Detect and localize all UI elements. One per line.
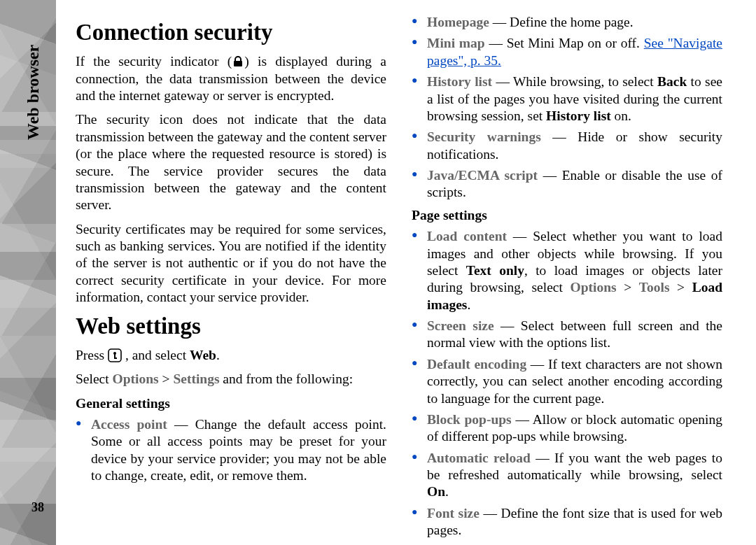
- text: — Define the home page.: [489, 15, 634, 29]
- text-bold: Block pop-ups: [427, 412, 512, 427]
- list-item: History list — While browsing, to select…: [412, 73, 722, 125]
- list-item: Load content — Select whether you want t…: [412, 228, 722, 313]
- svg-rect-4: [114, 358, 117, 359]
- text-bold: Java/ECMA script: [427, 168, 538, 183]
- heading-web-settings: Web settings: [76, 313, 386, 339]
- lock-icon: [232, 55, 244, 68]
- section-tab-label: Web browser: [24, 45, 43, 140]
- text: .: [216, 348, 220, 362]
- text: , and select: [122, 348, 190, 362]
- right-column: Homepage — Define the home page. Mini ma…: [399, 14, 735, 531]
- list-item: Screen size — Select between full screen…: [412, 318, 722, 352]
- text-bold: Load content: [427, 229, 507, 243]
- certificates-paragraph: Security certificates may be required fo…: [76, 221, 386, 306]
- heading-connection-security: Connection security: [76, 20, 386, 45]
- text-bold: Back: [657, 74, 687, 89]
- text-bold: Access point: [91, 417, 167, 432]
- text: — While browsing, to select: [492, 74, 657, 89]
- list-item: Mini map — Set Mini Map on or off. See "…: [412, 35, 722, 69]
- security-intro-paragraph: If the security indicator () is displaye…: [76, 53, 386, 104]
- text-bold: Screen size: [427, 318, 494, 333]
- list-item: Automatic reload — If you want the web p…: [412, 450, 722, 501]
- text-bold: Options: [570, 280, 617, 295]
- select-instruction: Select Options > Settings and from the f…: [76, 371, 386, 388]
- list-item: Security warnings — Hide or show securit…: [412, 129, 722, 163]
- text-bold: On: [427, 484, 445, 499]
- text: .: [467, 297, 470, 312]
- text-bold: Automatic reload: [427, 451, 531, 465]
- text-bold: Font size: [427, 506, 479, 521]
- text-bold: History list: [546, 108, 611, 123]
- page-number: 38: [31, 500, 44, 515]
- left-column: Connection security If the security indi…: [63, 14, 399, 531]
- manual-page: Web browser 38 Connection security If th…: [0, 0, 756, 545]
- general-settings-list-cont: Homepage — Define the home page. Mini ma…: [412, 14, 722, 201]
- text-bold: Text only: [466, 263, 524, 278]
- text: >: [617, 280, 639, 295]
- text: — Set Mini Map on or off.: [485, 36, 644, 50]
- list-item: Homepage — Define the home page.: [412, 14, 722, 31]
- text-bold: Homepage: [427, 15, 489, 29]
- list-item: Access point — Change the default access…: [76, 416, 386, 485]
- text-bold: History list: [427, 74, 492, 89]
- text-bold: Web: [190, 348, 216, 362]
- text: Press: [76, 348, 108, 362]
- svg-rect-0: [234, 61, 242, 66]
- security-note-paragraph: The security icon does not indicate that…: [76, 111, 386, 213]
- text: >: [670, 280, 692, 295]
- content-area: Connection security If the security indi…: [56, 0, 756, 545]
- list-item: Java/ECMA script — Enable or disable the…: [412, 167, 722, 201]
- text: >: [159, 371, 174, 386]
- text-bold: Settings: [173, 371, 219, 386]
- text: on.: [611, 108, 631, 123]
- text: Select: [76, 371, 113, 386]
- text-bold: Options: [113, 371, 159, 386]
- text-bold: Security warnings: [427, 129, 541, 144]
- general-settings-list: Access point — Change the default access…: [76, 416, 386, 485]
- text-bold: Tools: [639, 280, 670, 295]
- press-instruction: Press , and select Web.: [76, 347, 386, 364]
- text: and from the following:: [219, 371, 353, 386]
- list-item: Font size — Define the font size that is…: [412, 505, 722, 539]
- list-item: Default encoding — If text characters ar…: [412, 356, 722, 407]
- text: .: [445, 484, 449, 499]
- text-bold: Default encoding: [427, 357, 526, 371]
- list-item: Block pop-ups — Allow or block automatic…: [412, 411, 722, 446]
- subheading-general-settings: General settings: [76, 395, 386, 412]
- text: If the security indicator (: [76, 54, 232, 69]
- page-settings-list: Load content — Select whether you want t…: [412, 228, 722, 539]
- subheading-page-settings: Page settings: [412, 207, 722, 224]
- decorative-sidebar: Web browser 38: [0, 0, 56, 545]
- menu-key-icon: [108, 348, 122, 362]
- text-bold: Mini map: [427, 36, 485, 50]
